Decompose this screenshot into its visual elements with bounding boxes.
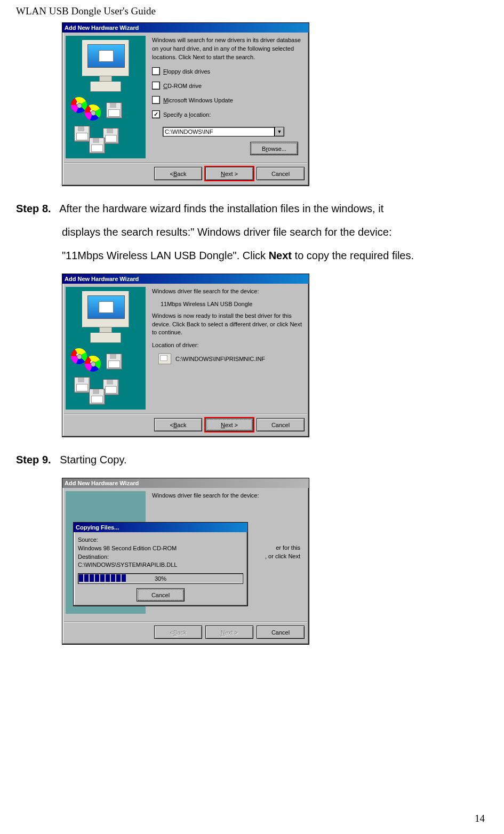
- titlebar: Add New Hardware Wizard: [62, 23, 309, 33]
- titlebar: Add New Hardware Wizard: [62, 274, 309, 284]
- monitor-stand: [99, 327, 112, 333]
- floppy-icon: [89, 138, 105, 154]
- monitor-icon: [82, 40, 129, 76]
- step8-text: Step 8. After the hardware wizard finds …: [16, 197, 488, 267]
- floppy-icon: [74, 377, 90, 393]
- location-checkbox[interactable]: ✓: [152, 110, 160, 118]
- computer-base: [90, 333, 121, 343]
- wizard-dialog-3: Add New Hardware Wizard Windows driver f…: [62, 478, 309, 645]
- progress-bar: 30%: [78, 573, 243, 584]
- floppy-icon: [103, 128, 119, 144]
- search-label: Windows driver file search for the devic…: [152, 492, 302, 500]
- inf-file-icon: [158, 354, 171, 364]
- computer-base: [90, 82, 121, 92]
- cdrom-label: CD-ROM drive: [163, 83, 202, 89]
- titlebar-inactive: Add New Hardware Wizard: [62, 478, 309, 488]
- ready-text: device. Click Back to select a different…: [152, 321, 302, 328]
- cancel-button[interactable]: Cancel: [257, 167, 305, 180]
- location-input[interactable]: C:\WINDOWS\INF: [163, 127, 275, 137]
- driver-path: C:\WINDOWS\INF\PRISMNIC.INF: [175, 356, 265, 362]
- separator: [64, 414, 307, 415]
- cdrom-checkbox[interactable]: ✓: [152, 82, 160, 90]
- page-header: WLAN USB Dongle User's Guide: [16, 5, 488, 17]
- separator: [64, 621, 307, 622]
- cd-icon: [85, 356, 101, 372]
- location-combobox[interactable]: C:\WINDOWS\INF ▼: [163, 127, 284, 137]
- back-button-disabled: < Back: [154, 626, 202, 639]
- monitor-icon: [82, 291, 129, 327]
- back-button[interactable]: < Back: [154, 167, 202, 180]
- next-button-disabled: Next >: [205, 626, 253, 639]
- location-label: Specify a location:: [163, 111, 211, 118]
- copying-files-dialog: Copying Files... Source: Windows 98 Seco…: [73, 522, 248, 606]
- dropdown-button[interactable]: ▼: [275, 127, 284, 137]
- floppy-icon: [89, 389, 105, 405]
- floppy-icon: [106, 354, 122, 370]
- step9-text: Step 9. Starting Copy.: [16, 448, 488, 471]
- browse-button[interactable]: Browse...: [250, 142, 298, 155]
- source-label: Source:: [78, 536, 243, 544]
- floppy-icon: [103, 379, 119, 395]
- cd-icon: [85, 105, 101, 121]
- cancel-copy-button[interactable]: Cancel: [137, 588, 185, 602]
- back-button[interactable]: < Back: [154, 418, 202, 431]
- ready-text: Windows is now ready to install the best…: [152, 312, 302, 320]
- wizard-dialog-1: Add New Hardware Wizard Windows will sea…: [62, 22, 309, 186]
- location-label: Location of driver:: [152, 342, 302, 349]
- destination-label: Destination:: [78, 554, 243, 561]
- progress-text: 30%: [78, 574, 243, 583]
- msupdate-checkbox[interactable]: ✓: [152, 96, 160, 104]
- media-icons: [66, 96, 146, 155]
- wizard-dialog-2: Add New Hardware Wizard Windows driver f…: [62, 274, 309, 437]
- page-number: 14: [475, 813, 485, 824]
- copying-titlebar: Copying Files...: [74, 523, 247, 532]
- next-button[interactable]: Next >: [205, 418, 253, 431]
- floppy-checkbox[interactable]: ✓: [152, 67, 160, 75]
- cancel-button[interactable]: Cancel: [257, 418, 305, 431]
- separator: [64, 163, 307, 164]
- ready-text: to continue.: [152, 329, 302, 336]
- floppy-label: Floppy disk drives: [163, 68, 210, 75]
- destination-value: C:\WINDOWS\SYSTEM\RAPILIB.DLL: [78, 562, 243, 569]
- intro-text: Windows will search for new drivers in i…: [152, 37, 302, 44]
- msupdate-label: Microsoft Windows Update: [163, 97, 233, 103]
- cancel-button[interactable]: Cancel: [257, 626, 305, 639]
- wizard-graphic: [66, 287, 146, 410]
- monitor-stand: [99, 76, 112, 82]
- step8-label: Step 8.: [16, 203, 51, 214]
- intro-text: on your hard drive, and in any of the fo…: [152, 45, 302, 53]
- wizard-graphic: [66, 36, 146, 158]
- intro-text: locations. Click Next to start the searc…: [152, 54, 302, 61]
- search-label: Windows driver file search for the devic…: [152, 288, 302, 295]
- step9-label: Step 9.: [16, 454, 51, 466]
- next-button[interactable]: Next >: [205, 167, 253, 180]
- device-name: 11Mbps Wireless LAN USB Dongle: [161, 301, 302, 307]
- source-value: Windows 98 Second Edition CD-ROM: [78, 545, 243, 552]
- floppy-icon: [106, 102, 122, 118]
- media-icons: [66, 347, 146, 406]
- floppy-icon: [74, 126, 90, 142]
